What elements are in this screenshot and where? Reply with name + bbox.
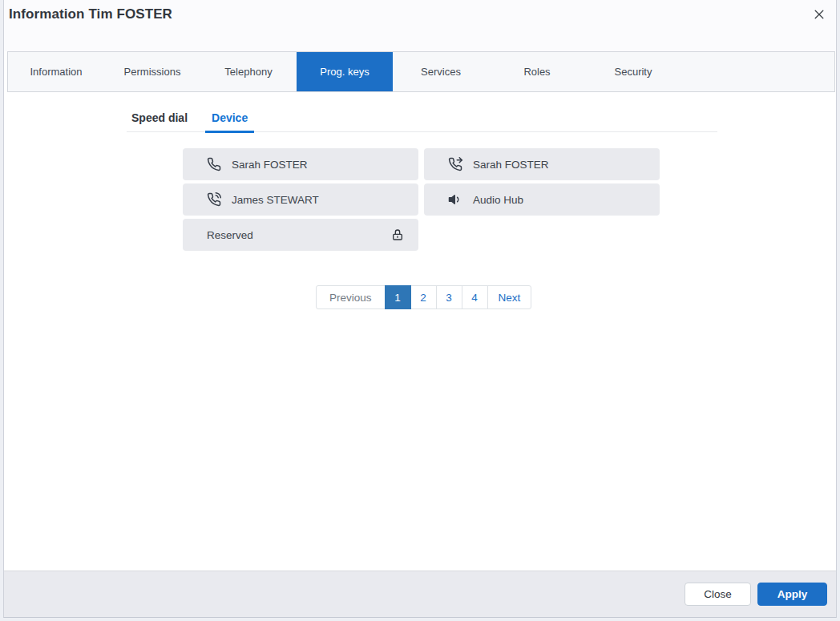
modal-title: Information Tim FOSTER bbox=[9, 6, 172, 22]
tab-telephony[interactable]: Telephony bbox=[200, 52, 297, 91]
prog-keys-grid: Sarah FOSTER Sarah FOSTER James STEWART bbox=[183, 148, 660, 251]
prog-key-audio-hub[interactable]: Audio Hub bbox=[424, 183, 660, 216]
pagination-page-3[interactable]: 3 bbox=[436, 285, 462, 309]
prog-key-label: Audio Hub bbox=[473, 194, 523, 206]
prog-key-sarah-foster-1[interactable]: Sarah FOSTER bbox=[183, 148, 418, 180]
close-icon[interactable] bbox=[810, 6, 828, 23]
phone-icon bbox=[207, 157, 221, 171]
close-button[interactable]: Close bbox=[685, 583, 751, 606]
prog-key-reserved[interactable]: Reserved bbox=[183, 219, 418, 251]
tab-services[interactable]: Services bbox=[393, 52, 489, 91]
user-info-modal: Information Tim FOSTER Information Permi… bbox=[3, 0, 837, 618]
pagination-page-1[interactable]: 1 bbox=[385, 285, 411, 309]
pagination-page-4[interactable]: 4 bbox=[462, 285, 488, 309]
modal-footer: Close Apply bbox=[4, 571, 836, 617]
prog-key-sarah-foster-2[interactable]: Sarah FOSTER bbox=[424, 148, 660, 180]
prog-key-label: Sarah FOSTER bbox=[232, 159, 308, 171]
subtab-device[interactable]: Device bbox=[210, 106, 249, 131]
modal-header: Information Tim FOSTER bbox=[4, 0, 836, 51]
pagination: Previous 1 2 3 4 Next bbox=[316, 285, 531, 309]
tab-permissions[interactable]: Permissions bbox=[104, 52, 200, 91]
tab-bar: Information Permissions Telephony Prog. … bbox=[7, 51, 835, 92]
apply-button[interactable]: Apply bbox=[757, 583, 827, 606]
subtab-speed-dial[interactable]: Speed dial bbox=[130, 106, 189, 131]
pagination-page-2[interactable]: 2 bbox=[410, 285, 437, 309]
phone-forwarded-icon bbox=[448, 157, 462, 171]
prog-key-james-stewart[interactable]: James STEWART bbox=[183, 183, 418, 216]
prog-key-label: Reserved bbox=[207, 229, 253, 241]
tab-information[interactable]: Information bbox=[8, 52, 104, 91]
pagination-next[interactable]: Next bbox=[487, 285, 532, 309]
phone-call-icon bbox=[207, 192, 221, 207]
pagination-previous[interactable]: Previous bbox=[316, 285, 386, 309]
tab-security[interactable]: Security bbox=[585, 52, 681, 91]
volume-icon bbox=[448, 192, 462, 207]
lock-icon bbox=[391, 228, 404, 241]
tab-prog-keys[interactable]: Prog. keys bbox=[297, 52, 393, 91]
prog-key-label: James STEWART bbox=[232, 194, 319, 206]
subtab-bar: Speed dial Device bbox=[127, 106, 717, 132]
prog-key-label: Sarah FOSTER bbox=[473, 159, 549, 171]
tab-roles[interactable]: Roles bbox=[489, 52, 585, 91]
